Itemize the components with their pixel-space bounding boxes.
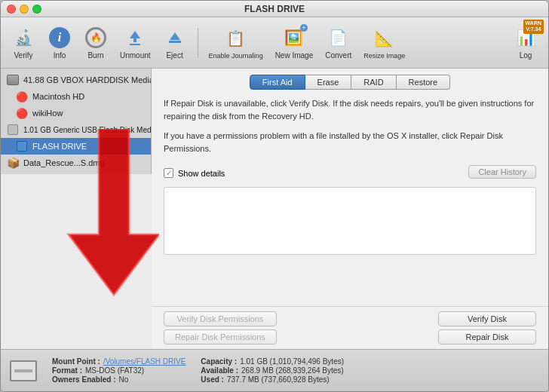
convert-icon: 📄 — [327, 26, 351, 50]
show-details-row: ✓ Show details — [164, 168, 225, 178]
resize-image-toolbar-item[interactable]: 📐 Resize Image — [359, 23, 409, 63]
drive-icon-bottom — [10, 360, 37, 381]
sidebar-item-4[interactable]: FLASH DRIVE — [1, 138, 151, 155]
tab-restore[interactable]: Restore — [397, 75, 451, 90]
new-image-label: New Image — [275, 51, 314, 60]
eject-label: Eject — [166, 51, 182, 60]
sidebar-item-label-5: Data_Rescue...S.dmg — [23, 158, 105, 167]
detail-text-1: If Repair Disk is unavailable, click Ver… — [164, 97, 536, 122]
convert-toolbar-item[interactable]: 📄 Convert — [321, 23, 356, 63]
enable-journaling-label: Enable Journaling — [209, 52, 263, 60]
tabs-bar: First Aid Erase RAID Restore — [152, 69, 548, 90]
resize-image-icon: 📐 — [373, 26, 397, 51]
main-content: 41.88 GB VBOX HARDDISK Media 🔴 Macintosh… — [1, 69, 548, 349]
repair-disk-permissions-button[interactable]: Repair Disk Permissions — [164, 329, 277, 345]
log-icon: 📊 WARNV:7.34 — [514, 26, 538, 50]
burn-label: Burn — [87, 51, 103, 60]
capacity-value: 1.01 GB (1,010,794,496 Bytes) — [240, 357, 344, 366]
mount-point-label: Mount Point : — [52, 357, 100, 366]
info-label: Info — [54, 51, 66, 60]
clear-history-button[interactable]: Clear History — [468, 165, 536, 179]
sidebar: 41.88 GB VBOX HARDDISK Media 🔴 Macintosh… — [1, 69, 152, 174]
tab-raid[interactable]: RAID — [351, 75, 396, 90]
window-controls — [7, 5, 41, 14]
sidebar-wrapper: 41.88 GB VBOX HARDDISK Media 🔴 Macintosh… — [1, 69, 152, 349]
mac-icon-1: 🔴 — [16, 90, 28, 103]
owners-value: No — [118, 375, 128, 384]
detail-content: If Repair Disk is unavailable, click Ver… — [152, 90, 548, 306]
enable-journaling-toolbar-item[interactable]: 📋 Enable Journaling — [204, 23, 268, 63]
unmount-label: Unmount — [120, 51, 151, 60]
sidebar-item-label-2: wikiHow — [32, 109, 63, 118]
mount-point-row: Mount Point : /Volumes/FLASH DRIVE — [52, 357, 186, 366]
left-button-group: Verify Disk Permissions Repair Disk Perm… — [164, 311, 277, 345]
verify-disk-button[interactable]: Verify Disk — [438, 311, 536, 326]
info-icon: i — [48, 26, 72, 50]
info-toolbar-item[interactable]: i Info — [43, 23, 76, 63]
verify-disk-permissions-button[interactable]: Verify Disk Permissions — [164, 311, 277, 326]
format-value: MS-DOS (FAT32) — [85, 366, 144, 375]
close-button[interactable] — [7, 5, 16, 14]
mac-icon-2: 🔴 — [16, 107, 28, 119]
capacity-row: Capacity : 1.01 GB (1,010,794,496 Bytes) — [201, 357, 344, 366]
detail-text-2: If you have a permissions problem with a… — [164, 130, 536, 155]
toolbar: 🔬 Verify i Info Burn — [1, 17, 548, 69]
eject-icon — [163, 26, 187, 50]
hdd-icon — [7, 74, 19, 86]
main-window: FLASH DRIVE 🔬 Verify i Info Burn — [0, 0, 549, 392]
dmg-icon: 📦 — [7, 157, 19, 169]
right-button-group: Verify Disk Repair Disk — [438, 311, 536, 345]
detail-panel: First Aid Erase RAID Restore If Repair D… — [152, 69, 548, 349]
format-label: Format : — [52, 366, 82, 375]
log-toolbar-item[interactable]: 📊 WARNV:7.34 Log — [509, 23, 542, 63]
used-row: Used : 737.7 MB (737,660,928 Bytes) — [201, 375, 344, 384]
details-area[interactable] — [164, 187, 536, 255]
info-col-left: Mount Point : /Volumes/FLASH DRIVE Forma… — [52, 357, 186, 384]
used-label: Used : — [201, 375, 224, 384]
sidebar-item-2[interactable]: 🔴 wikiHow — [1, 105, 151, 121]
info-col-right: Capacity : 1.01 GB (1,010,794,496 Bytes)… — [201, 357, 344, 384]
format-row: Format : MS-DOS (FAT32) — [52, 366, 186, 375]
burn-toolbar-item[interactable]: Burn — [79, 23, 112, 63]
capacity-label: Capacity : — [201, 357, 237, 366]
used-value: 737.7 MB (737,660,928 Bytes) — [227, 375, 330, 384]
window-title: FLASH DRIVE — [244, 4, 305, 14]
show-details-label: Show details — [178, 169, 225, 178]
new-image-toolbar-item[interactable]: 🖼️ + New Image — [271, 23, 318, 63]
sidebar-item-label-4: FLASH DRIVE — [32, 142, 87, 151]
repair-disk-button[interactable]: Repair Disk — [438, 329, 536, 345]
minimize-button[interactable] — [20, 5, 29, 14]
sidebar-item-label-3: 1.01 GB Generic USB Flash Disk Media — [23, 126, 151, 134]
verify-icon: 🔬 — [11, 26, 35, 50]
unmount-icon — [123, 26, 147, 50]
burn-icon — [84, 26, 108, 50]
flash-icon — [16, 140, 28, 152]
sidebar-item-5[interactable]: 📦 Data_Rescue...S.dmg — [1, 155, 151, 171]
available-value: 268.9 MB (268,939,264 Bytes) — [241, 366, 344, 375]
show-details-checkbox[interactable]: ✓ — [164, 168, 173, 178]
sidebar-item-label-1: Macintosh HD — [32, 92, 84, 101]
log-label: Log — [520, 51, 532, 60]
mount-point-value[interactable]: /Volumes/FLASH DRIVE — [103, 357, 186, 366]
enable-journaling-icon: 📋 — [224, 26, 248, 51]
owners-label: Owners Enabled : — [52, 375, 115, 384]
sidebar-item-3[interactable]: 1.01 GB Generic USB Flash Disk Media — [1, 121, 151, 138]
convert-label: Convert — [325, 51, 351, 60]
usb-icon — [7, 124, 19, 136]
tab-first-aid[interactable]: First Aid — [250, 75, 305, 90]
sidebar-item-0[interactable]: 41.88 GB VBOX HARDDISK Media — [1, 72, 151, 88]
tab-erase[interactable]: Erase — [305, 75, 352, 90]
verify-toolbar-item[interactable]: 🔬 Verify — [7, 23, 40, 63]
maximize-button[interactable] — [32, 5, 41, 14]
unmount-toolbar-item[interactable]: Unmount — [115, 23, 155, 63]
available-label: Available : — [201, 366, 238, 375]
toolbar-separator-1 — [198, 28, 198, 58]
info-bar: Mount Point : /Volumes/FLASH DRIVE Forma… — [1, 349, 548, 391]
sidebar-item-1[interactable]: 🔴 Macintosh HD — [1, 88, 151, 105]
new-image-icon: 🖼️ + — [282, 26, 306, 50]
action-buttons: Verify Disk Permissions Repair Disk Perm… — [152, 306, 548, 349]
titlebar: FLASH DRIVE — [1, 1, 548, 17]
eject-toolbar-item[interactable]: Eject — [158, 23, 192, 63]
verify-label: Verify — [14, 51, 32, 60]
resize-image-label: Resize Image — [363, 52, 405, 60]
